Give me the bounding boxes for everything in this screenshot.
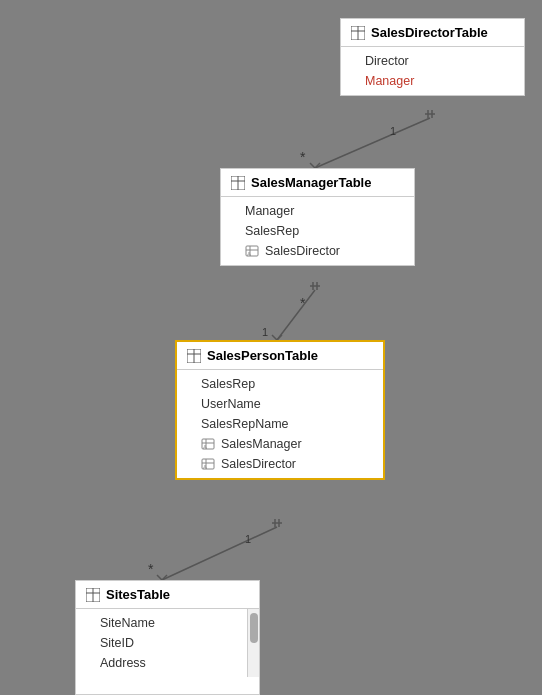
sales-director-table-name: SalesDirectorTable	[371, 25, 488, 40]
svg-text:1: 1	[262, 326, 268, 338]
field-sitename: SiteName	[76, 613, 259, 633]
sales-manager-table-header: SalesManagerTable	[221, 169, 414, 197]
field-sp-salesrepname-label: SalesRepName	[201, 417, 289, 431]
svg-text:*: *	[148, 561, 154, 577]
svg-text:1: 1	[245, 533, 251, 545]
field-address: Address	[76, 653, 259, 673]
field-sp-salesdirector-fk-label: SalesDirector	[221, 457, 296, 471]
field-siteid-label: SiteID	[100, 636, 134, 650]
svg-text:*: *	[300, 295, 306, 311]
field-manager2-label: Manager	[245, 204, 294, 218]
fk-icon-3: A	[201, 457, 215, 471]
field-sp-salesmanager-fk: A SalesManager	[177, 434, 383, 454]
svg-text:A: A	[247, 251, 251, 257]
svg-text:*: *	[300, 149, 306, 165]
table-icon	[86, 588, 100, 602]
sales-manager-table[interactable]: SalesManagerTable Manager SalesRep A Sal…	[220, 168, 415, 266]
field-salesdirector-fk: A SalesDirector	[221, 241, 414, 261]
sales-manager-table-name: SalesManagerTable	[251, 175, 371, 190]
sales-person-table-name: SalesPersonTable	[207, 348, 318, 363]
field-sp-salesrepname: SalesRepName	[177, 414, 383, 434]
field-manager-label: Manager	[365, 74, 414, 88]
table-icon	[351, 26, 365, 40]
field-sp-salesdirector-fk: A SalesDirector	[177, 454, 383, 474]
field-sp-username: UserName	[177, 394, 383, 414]
field-salesdirector-fk-label: SalesDirector	[265, 244, 340, 258]
svg-text:A: A	[203, 444, 207, 450]
table-icon	[231, 176, 245, 190]
svg-text:A: A	[203, 464, 207, 470]
table-icon	[187, 349, 201, 363]
svg-line-8	[277, 290, 315, 340]
svg-line-0	[315, 118, 430, 168]
sites-table-body: SiteName SiteID Address	[76, 609, 259, 677]
fk-icon: A	[245, 244, 259, 258]
field-sitename-label: SiteName	[100, 616, 155, 630]
field-salesrep: SalesRep	[221, 221, 414, 241]
field-sp-salesmanager-fk-label: SalesManager	[221, 437, 302, 451]
field-sp-salesrep: SalesRep	[177, 374, 383, 394]
field-director-label: Director	[365, 54, 409, 68]
sites-table-name: SitesTable	[106, 587, 170, 602]
svg-line-16	[162, 527, 277, 580]
field-address-label: Address	[100, 656, 146, 670]
field-director: Director	[341, 51, 524, 71]
sales-person-table-body: SalesRep UserName SalesRepName A SalesMa…	[177, 370, 383, 478]
scrollbar[interactable]	[247, 609, 259, 677]
sales-director-table-header: SalesDirectorTable	[341, 19, 524, 47]
field-manager: Manager	[341, 71, 524, 91]
field-sp-salesrep-label: SalesRep	[201, 377, 255, 391]
field-sp-username-label: UserName	[201, 397, 261, 411]
sales-person-table[interactable]: SalesPersonTable SalesRep UserName Sales…	[175, 340, 385, 480]
field-salesrep-label: SalesRep	[245, 224, 299, 238]
sales-director-table[interactable]: SalesDirectorTable Director Manager	[340, 18, 525, 96]
field-siteid: SiteID	[76, 633, 259, 653]
sites-table-header: SitesTable	[76, 581, 259, 609]
scrollbar-thumb[interactable]	[250, 613, 258, 643]
field-manager2: Manager	[221, 201, 414, 221]
sales-manager-table-body: Manager SalesRep A SalesDirector	[221, 197, 414, 265]
svg-text:1: 1	[390, 125, 396, 137]
sales-director-table-body: Director Manager	[341, 47, 524, 95]
sites-table[interactable]: SitesTable SiteName SiteID Address	[75, 580, 260, 695]
sales-person-table-header: SalesPersonTable	[177, 342, 383, 370]
fk-icon-2: A	[201, 437, 215, 451]
